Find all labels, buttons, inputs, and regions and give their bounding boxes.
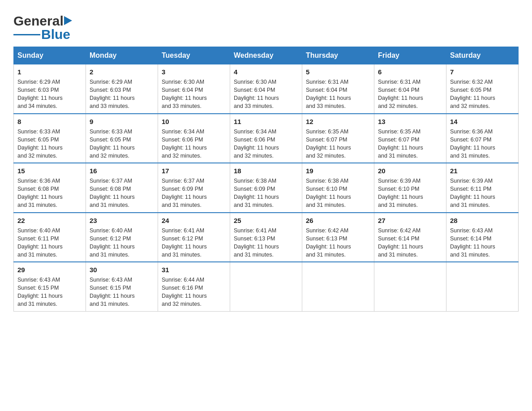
calendar-cell: 3Sunrise: 6:30 AMSunset: 6:04 PMDaylight… [158, 64, 230, 114]
calendar-cell: 18Sunrise: 6:38 AMSunset: 6:09 PMDayligh… [230, 163, 302, 213]
calendar-cell: 9Sunrise: 6:33 AMSunset: 6:05 PMDaylight… [86, 114, 158, 163]
calendar-cell: 5Sunrise: 6:31 AMSunset: 6:04 PMDaylight… [302, 64, 374, 114]
day-info: Sunrise: 6:35 AMSunset: 6:07 PMDaylight:… [378, 128, 442, 160]
day-info: Sunrise: 6:33 AMSunset: 6:05 PMDaylight:… [17, 128, 82, 160]
calendar-cell: 6Sunrise: 6:31 AMSunset: 6:04 PMDaylight… [374, 64, 446, 114]
day-number: 12 [306, 117, 370, 126]
calendar-cell: 31Sunrise: 6:44 AMSunset: 6:16 PMDayligh… [158, 262, 230, 311]
day-number: 7 [450, 67, 515, 77]
calendar-cell: 20Sunrise: 6:39 AMSunset: 6:10 PMDayligh… [374, 163, 446, 213]
day-info: Sunrise: 6:30 AMSunset: 6:04 PMDaylight:… [234, 78, 298, 111]
day-info: Sunrise: 6:37 AMSunset: 6:08 PMDaylight:… [90, 177, 154, 210]
day-number: 3 [162, 67, 226, 77]
calendar-cell: 7Sunrise: 6:32 AMSunset: 6:05 PMDaylight… [446, 64, 519, 114]
day-number: 29 [17, 265, 82, 274]
calendar-cell: 23Sunrise: 6:40 AMSunset: 6:12 PMDayligh… [86, 213, 158, 262]
day-info: Sunrise: 6:39 AMSunset: 6:10 PMDaylight:… [378, 177, 442, 210]
day-number: 15 [17, 166, 82, 176]
calendar-cell: 30Sunrise: 6:43 AMSunset: 6:15 PMDayligh… [86, 262, 158, 311]
calendar-cell: 11Sunrise: 6:34 AMSunset: 6:06 PMDayligh… [230, 114, 302, 163]
calendar-cell: 8Sunrise: 6:33 AMSunset: 6:05 PMDaylight… [14, 114, 86, 163]
day-info: Sunrise: 6:31 AMSunset: 6:04 PMDaylight:… [306, 78, 370, 111]
calendar-cell: 21Sunrise: 6:39 AMSunset: 6:11 PMDayligh… [446, 163, 519, 213]
day-info: Sunrise: 6:29 AMSunset: 6:03 PMDaylight:… [17, 78, 82, 111]
day-info: Sunrise: 6:42 AMSunset: 6:14 PMDaylight:… [378, 227, 442, 259]
calendar-week-row: 29Sunrise: 6:43 AMSunset: 6:15 PMDayligh… [14, 262, 519, 311]
day-number: 9 [90, 117, 154, 126]
day-info: Sunrise: 6:42 AMSunset: 6:13 PMDaylight:… [306, 227, 370, 259]
day-info: Sunrise: 6:36 AMSunset: 6:07 PMDaylight:… [450, 128, 515, 160]
day-info: Sunrise: 6:37 AMSunset: 6:09 PMDaylight:… [162, 177, 226, 210]
day-number: 30 [90, 265, 154, 274]
day-info: Sunrise: 6:39 AMSunset: 6:11 PMDaylight:… [450, 177, 515, 210]
day-info: Sunrise: 6:43 AMSunset: 6:15 PMDaylight:… [17, 276, 82, 308]
day-number: 8 [17, 117, 82, 126]
calendar-header-row: SundayMondayTuesdayWednesdayThursdayFrid… [14, 47, 519, 64]
day-info: Sunrise: 6:33 AMSunset: 6:05 PMDaylight:… [90, 128, 154, 160]
calendar-table: SundayMondayTuesdayWednesdayThursdayFrid… [13, 47, 519, 312]
day-number: 11 [234, 117, 298, 126]
calendar-cell: 16Sunrise: 6:37 AMSunset: 6:08 PMDayligh… [86, 163, 158, 213]
calendar-cell: 12Sunrise: 6:35 AMSunset: 6:07 PMDayligh… [302, 114, 374, 163]
day-number: 21 [450, 166, 515, 176]
day-number: 10 [162, 117, 226, 126]
day-number: 1 [17, 67, 82, 77]
day-info: Sunrise: 6:38 AMSunset: 6:10 PMDaylight:… [306, 177, 370, 210]
header-tuesday: Tuesday [158, 47, 230, 64]
calendar-cell: 4Sunrise: 6:30 AMSunset: 6:04 PMDaylight… [230, 64, 302, 114]
day-number: 4 [234, 67, 298, 77]
day-info: Sunrise: 6:38 AMSunset: 6:09 PMDaylight:… [234, 177, 298, 210]
day-number: 13 [378, 117, 442, 126]
header-thursday: Thursday [302, 47, 374, 64]
calendar-cell [446, 262, 519, 311]
day-number: 5 [306, 67, 370, 77]
day-number: 17 [162, 166, 226, 176]
day-number: 14 [450, 117, 515, 126]
logo-triangle-icon [64, 16, 74, 26]
day-number: 16 [90, 166, 154, 176]
calendar-cell: 27Sunrise: 6:42 AMSunset: 6:14 PMDayligh… [374, 213, 446, 262]
day-info: Sunrise: 6:43 AMSunset: 6:14 PMDaylight:… [450, 227, 515, 259]
calendar-cell: 13Sunrise: 6:35 AMSunset: 6:07 PMDayligh… [374, 114, 446, 163]
page-header: General Blue [13, 9, 519, 42]
calendar-cell: 2Sunrise: 6:29 AMSunset: 6:03 PMDaylight… [86, 64, 158, 114]
day-number: 2 [90, 67, 154, 77]
calendar-cell: 15Sunrise: 6:36 AMSunset: 6:08 PMDayligh… [14, 163, 86, 213]
day-number: 20 [378, 166, 442, 176]
calendar-cell [302, 262, 374, 311]
header-sunday: Sunday [14, 47, 86, 64]
day-info: Sunrise: 6:35 AMSunset: 6:07 PMDaylight:… [306, 128, 370, 160]
day-info: Sunrise: 6:32 AMSunset: 6:05 PMDaylight:… [450, 78, 515, 111]
calendar-cell: 17Sunrise: 6:37 AMSunset: 6:09 PMDayligh… [158, 163, 230, 213]
day-info: Sunrise: 6:41 AMSunset: 6:12 PMDaylight:… [162, 227, 226, 259]
day-number: 22 [17, 216, 82, 225]
day-info: Sunrise: 6:31 AMSunset: 6:04 PMDaylight:… [378, 78, 442, 111]
calendar-cell: 29Sunrise: 6:43 AMSunset: 6:15 PMDayligh… [14, 262, 86, 311]
logo: General Blue [13, 13, 74, 42]
day-number: 31 [162, 265, 226, 274]
day-number: 25 [234, 216, 298, 225]
day-info: Sunrise: 6:34 AMSunset: 6:06 PMDaylight:… [162, 128, 226, 160]
calendar-week-row: 22Sunrise: 6:40 AMSunset: 6:11 PMDayligh… [14, 213, 519, 262]
day-number: 26 [306, 216, 370, 225]
day-info: Sunrise: 6:34 AMSunset: 6:06 PMDaylight:… [234, 128, 298, 160]
calendar-cell: 10Sunrise: 6:34 AMSunset: 6:06 PMDayligh… [158, 114, 230, 163]
day-info: Sunrise: 6:40 AMSunset: 6:11 PMDaylight:… [17, 227, 82, 259]
day-info: Sunrise: 6:29 AMSunset: 6:03 PMDaylight:… [90, 78, 154, 111]
day-info: Sunrise: 6:44 AMSunset: 6:16 PMDaylight:… [162, 276, 226, 308]
calendar-cell: 14Sunrise: 6:36 AMSunset: 6:07 PMDayligh… [446, 114, 519, 163]
day-info: Sunrise: 6:30 AMSunset: 6:04 PMDaylight:… [162, 78, 226, 111]
calendar-cell: 22Sunrise: 6:40 AMSunset: 6:11 PMDayligh… [14, 213, 86, 262]
day-info: Sunrise: 6:41 AMSunset: 6:13 PMDaylight:… [234, 227, 298, 259]
day-info: Sunrise: 6:36 AMSunset: 6:08 PMDaylight:… [17, 177, 82, 210]
calendar-cell: 1Sunrise: 6:29 AMSunset: 6:03 PMDaylight… [14, 64, 86, 114]
calendar-week-row: 15Sunrise: 6:36 AMSunset: 6:08 PMDayligh… [14, 163, 519, 213]
header-friday: Friday [374, 47, 446, 64]
calendar-cell: 25Sunrise: 6:41 AMSunset: 6:13 PMDayligh… [230, 213, 302, 262]
day-info: Sunrise: 6:43 AMSunset: 6:15 PMDaylight:… [90, 276, 154, 308]
calendar-cell: 19Sunrise: 6:38 AMSunset: 6:10 PMDayligh… [302, 163, 374, 213]
header-saturday: Saturday [446, 47, 519, 64]
calendar-cell: 28Sunrise: 6:43 AMSunset: 6:14 PMDayligh… [446, 213, 519, 262]
day-number: 19 [306, 166, 370, 176]
svg-marker-0 [64, 16, 72, 25]
